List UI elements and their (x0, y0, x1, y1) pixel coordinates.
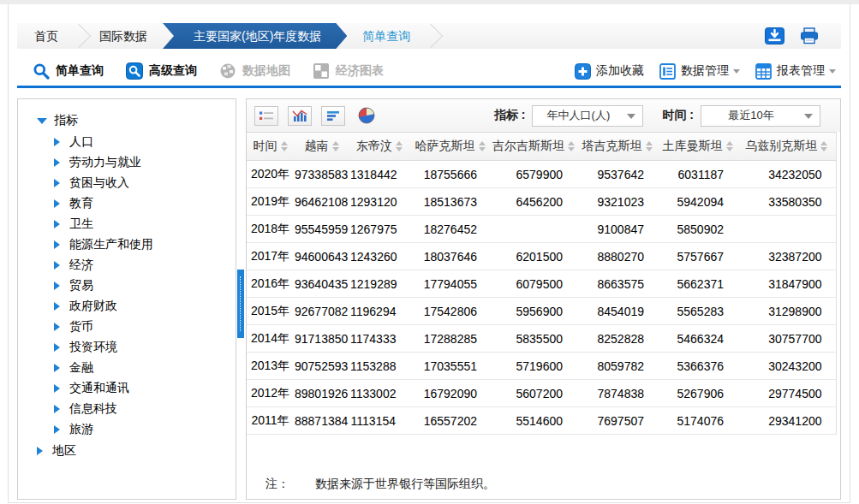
toolbar-report-manage-button[interactable]: 报表管理 (755, 63, 836, 80)
sidebar-item[interactable]: 投资环境 (54, 337, 236, 358)
cell-value: 18755666 (409, 161, 491, 188)
column-header[interactable]: 乌兹别克斯坦 (737, 133, 836, 161)
cell-value: 92677082 (294, 298, 349, 325)
sort-icon (396, 138, 403, 155)
note-text: 数据来源于世界银行等国际组织。 (315, 477, 495, 490)
table-row: 2011年88871384111315416557202551460076975… (247, 407, 836, 435)
sidebar-item[interactable]: 政府财政 (54, 296, 236, 317)
column-header[interactable]: 越南 (294, 133, 349, 161)
cell-value: 6079500 (491, 270, 576, 298)
column-header-label: 越南 (305, 139, 329, 152)
cell-value: 6456200 (491, 188, 576, 216)
cell-value: 5366376 (658, 353, 737, 380)
triangle-right-icon (54, 364, 64, 372)
sidebar-item[interactable]: 劳动力与就业 (54, 152, 236, 173)
breadcrumb-tab-annual-data[interactable]: 主要国家(地区)年度数据 (163, 23, 347, 49)
cell-value: 17288285 (409, 325, 491, 353)
data-panel: 指标 : 年中人口(人) 时间 : 最近10年 时间越南东帝汶哈萨克斯坦吉尔吉斯… (246, 98, 841, 500)
list-view-button[interactable] (254, 106, 278, 126)
cell-value: 90752593 (294, 353, 349, 380)
data-panel-toolbar: 指标 : 年中人口(人) 时间 : 最近10年 (247, 99, 840, 132)
sort-up-icon (568, 138, 575, 145)
sidebar-item[interactable]: 经济 (54, 255, 236, 276)
column-header[interactable]: 吉尔吉斯斯坦 (491, 133, 576, 161)
print-button[interactable] (800, 27, 819, 44)
sidebar-item[interactable]: 交通和通讯 (54, 378, 236, 399)
cell-value: 91713850 (294, 325, 349, 353)
cell-value: 17794055 (409, 270, 491, 298)
cell-value: 33580350 (737, 188, 836, 216)
column-chart-view-button[interactable] (288, 106, 312, 126)
indicator-select-value: 年中人口(人) (533, 108, 623, 123)
toolbar-add-favorite-button[interactable]: 添加收藏 (575, 63, 644, 80)
toolbar-simple-query-button[interactable]: 简单查询 (33, 62, 104, 80)
sidebar-item[interactable]: 人口 (54, 132, 236, 152)
toolbar-advanced-query-button[interactable]: 高级查询 (126, 62, 197, 80)
indicator-select[interactable]: 年中人口(人) (532, 105, 643, 127)
cell-value: 5565283 (658, 298, 737, 325)
cell-year: 2014年 (247, 325, 294, 353)
sidebar-item[interactable]: 教育 (54, 193, 236, 214)
cell-value: 1174333 (349, 325, 409, 353)
column-header[interactable]: 塔吉克斯坦 (576, 133, 658, 161)
sidebar-item[interactable]: 货币 (54, 317, 236, 337)
sidebar-item[interactable]: 能源生产和使用 (54, 234, 236, 255)
data-manage-icon (659, 63, 676, 80)
cell-value: 5174076 (658, 407, 737, 435)
indicator-tree: 指标人口劳动力与就业贫困与收入教育卫生能源生产和使用经济贸易政府财政货币投资环境… (18, 99, 236, 462)
triangle-right-icon (54, 199, 64, 208)
column-header[interactable]: 土库曼斯坦 (658, 133, 737, 161)
cell-value: 30243200 (737, 353, 836, 380)
cell-value: 5942094 (658, 188, 737, 216)
content-area: 指标人口劳动力与就业贫困与收入教育卫生能源生产和使用经济贸易政府财政货币投资环境… (17, 98, 841, 500)
splitter-handle[interactable] (237, 270, 244, 338)
cell-value: 31847900 (737, 270, 836, 298)
sidebar-item-label: 贫困与收入 (69, 175, 129, 191)
sidebar-item[interactable]: 旅游 (54, 419, 236, 440)
breadcrumb-tab-international-data[interactable]: 国际数据 (82, 23, 164, 49)
cell-value: 31298900 (737, 298, 836, 325)
time-select[interactable]: 最近10年 (701, 105, 820, 127)
bar-chart-view-button[interactable] (321, 106, 345, 126)
column-header[interactable]: 东帝汶 (349, 133, 409, 161)
breadcrumb-tab-simple-query[interactable]: 简单查询 (345, 23, 427, 49)
sidebar-item-label: 教育 (69, 196, 93, 211)
sidebar-item-label: 交通和通讯 (69, 381, 129, 396)
tree-root-label: 指标 (54, 113, 78, 128)
sidebar-item[interactable]: 信息科技 (54, 399, 236, 419)
sidebar-item[interactable]: 贫困与收入 (54, 173, 236, 193)
sort-down-icon (396, 147, 403, 155)
column-header[interactable]: 哈萨克斯坦 (409, 133, 491, 161)
column-header[interactable]: 时间 (247, 133, 294, 161)
table-row: 2017年94600643124326018037646620150088802… (247, 243, 836, 270)
cell-value: 5850902 (658, 216, 737, 243)
sidebar-item[interactable]: 卫生 (54, 214, 236, 234)
sidebar-item-label: 贸易 (69, 278, 93, 294)
cell-year: 2017年 (247, 243, 294, 270)
cell-value: 1293120 (349, 188, 409, 216)
cell-value: 9321023 (576, 188, 658, 216)
sort-icon (281, 138, 288, 155)
pie-chart-view-button[interactable] (355, 106, 379, 126)
sidebar-item[interactable]: 金融 (54, 358, 236, 378)
toolbar-advanced-query-label: 高级查询 (149, 63, 197, 79)
cell-value: 1219289 (349, 270, 409, 298)
column-header-label: 塔吉克斯坦 (582, 139, 642, 152)
toolbar-data-manage-button[interactable]: 数据管理 (659, 63, 740, 80)
column-header-label: 东帝汶 (356, 139, 392, 152)
cell-value: 5466324 (658, 325, 737, 353)
cell-value: 18513673 (409, 188, 491, 216)
cell-value: 1153288 (349, 353, 409, 380)
toolbar-data-manage-label: 数据管理 (681, 63, 729, 79)
tree-root-label: 地区 (52, 443, 76, 459)
sidebar-item[interactable]: 贸易 (54, 276, 236, 296)
sort-up-icon (396, 138, 403, 145)
tree-root-indicators[interactable]: 指标 (37, 110, 236, 132)
triangle-right-icon (37, 447, 47, 455)
tree-root-region[interactable]: 地区 (37, 440, 236, 462)
cell-value: 94600643 (294, 243, 349, 270)
cell-value: 93640435 (294, 270, 349, 298)
cell-value: 97338583 (294, 161, 349, 188)
download-button[interactable] (765, 27, 784, 44)
triangle-right-icon (54, 158, 64, 167)
